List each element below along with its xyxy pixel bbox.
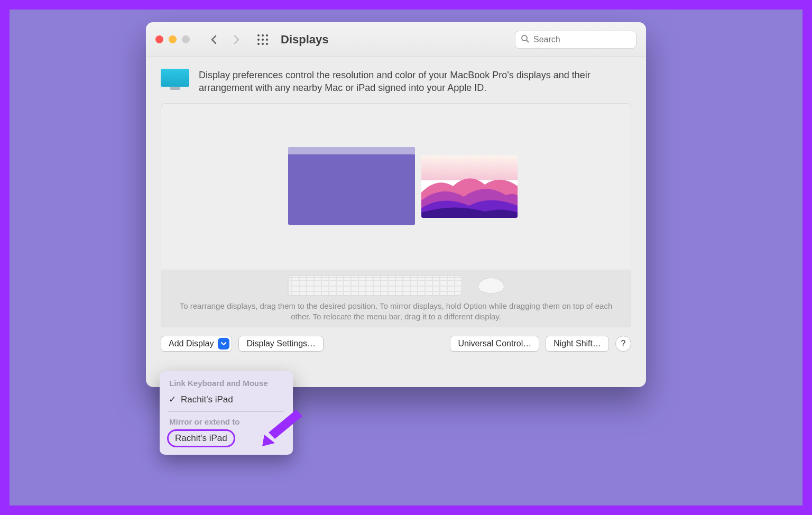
titlebar: Displays — [146, 22, 646, 57]
displays-pane-icon — [161, 69, 189, 90]
forward-button[interactable] — [229, 32, 244, 47]
checkmark-icon: ✓ — [168, 394, 177, 405]
add-display-button[interactable]: Add Display — [161, 336, 232, 352]
window-controls — [155, 35, 190, 43]
menu-item-mirror-ipad[interactable]: Rachit's iPad — [175, 433, 227, 444]
svg-point-5 — [266, 39, 268, 41]
svg-point-0 — [257, 34, 260, 36]
secondary-display-thumbnail[interactable] — [421, 155, 518, 218]
search-field[interactable] — [515, 31, 636, 49]
chevron-down-icon — [218, 338, 229, 350]
annotation-highlight: Rachit's iPad — [167, 429, 235, 447]
add-display-label: Add Display — [169, 339, 214, 348]
arrangement-hint: To rearrange displays, drag them to the … — [173, 301, 619, 323]
svg-point-4 — [262, 39, 264, 41]
primary-display-thumbnail[interactable] — [288, 147, 415, 225]
menu-section-link: Link Keyboard and Mouse — [164, 376, 289, 391]
svg-point-8 — [266, 43, 268, 45]
annotation-arrow-icon — [259, 407, 307, 449]
search-input[interactable] — [533, 35, 639, 44]
menu-item-label: Rachit's iPad — [175, 433, 227, 444]
close-button[interactable] — [155, 35, 163, 43]
bottom-bar: Add Display Display Settings… Universal … — [146, 327, 646, 360]
display-arrangement-area[interactable] — [161, 103, 631, 270]
back-button[interactable] — [207, 32, 222, 47]
window-title: Displays — [281, 33, 329, 47]
svg-point-9 — [522, 35, 527, 41]
all-prefs-grid-icon[interactable] — [255, 32, 270, 47]
help-button[interactable]: ? — [615, 336, 631, 352]
displays-preferences-window: Displays Display preferences control the… — [146, 22, 646, 387]
intro-text: Display preferences control the resoluti… — [199, 69, 631, 95]
svg-point-3 — [257, 39, 260, 41]
intro-section: Display preferences control the resoluti… — [146, 57, 646, 99]
menu-item-link-ipad[interactable]: ✓ Rachit's iPad — [164, 391, 289, 408]
mouse-illustration — [478, 278, 504, 293]
menubar-handle[interactable] — [288, 147, 415, 154]
svg-point-1 — [262, 34, 264, 36]
search-icon — [521, 34, 529, 45]
minimize-button[interactable] — [169, 35, 177, 43]
svg-point-6 — [257, 43, 260, 45]
universal-control-button[interactable]: Universal Control… — [450, 336, 539, 352]
hint-strip: To rearrange displays, drag them to the … — [161, 270, 631, 327]
svg-line-10 — [527, 40, 529, 42]
zoom-button[interactable] — [182, 35, 190, 43]
svg-point-7 — [262, 43, 264, 45]
svg-point-2 — [266, 34, 268, 36]
night-shift-button[interactable]: Night Shift… — [546, 336, 609, 352]
menu-item-label: Rachit's iPad — [181, 394, 233, 405]
keyboard-illustration — [288, 275, 462, 296]
display-settings-button[interactable]: Display Settings… — [238, 336, 324, 352]
